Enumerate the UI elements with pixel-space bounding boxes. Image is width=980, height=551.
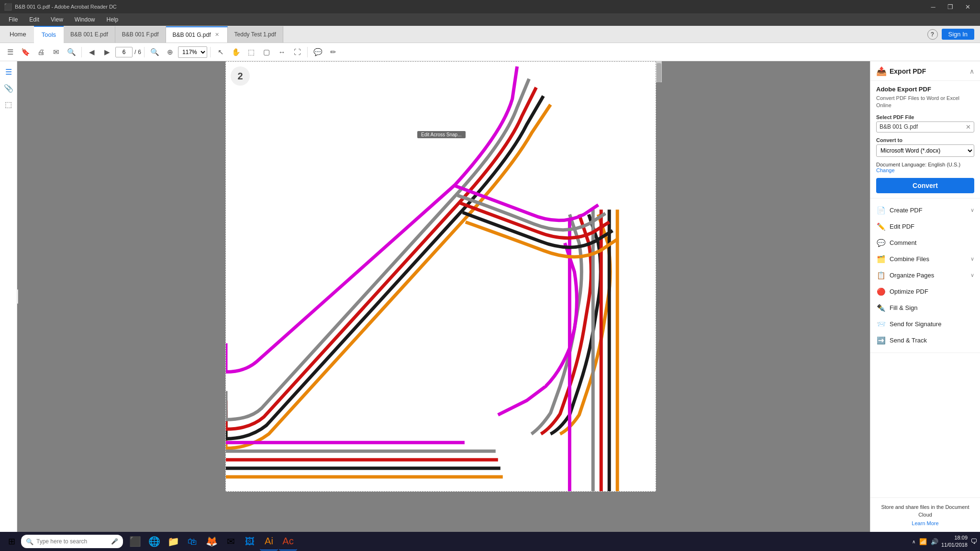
marquee-zoom[interactable]: ⬚	[244, 45, 258, 59]
change-language-link[interactable]: Change	[876, 167, 895, 173]
title-bar: ⬛ B&B 001 G.pdf - Adobe Acrobat Reader D…	[0, 0, 980, 13]
email-button[interactable]: ✉	[49, 45, 63, 59]
learn-more-link[interactable]: Learn More	[876, 520, 974, 526]
prev-page-button[interactable]: ◀	[85, 45, 99, 59]
tool-optimize-pdf[interactable]: 🔴 Optimize PDF	[870, 284, 980, 300]
pdf-tab-3[interactable]: Teddy Test 1.pdf	[228, 26, 283, 43]
cloud-text: Store and share files in the Document Cl…	[876, 504, 974, 518]
help-button[interactable]: ?	[927, 29, 938, 40]
zoom-in-button[interactable]: ⊕	[163, 45, 177, 59]
notification-icon[interactable]: 🗨	[970, 538, 977, 545]
firefox-button[interactable]: 🦊	[202, 532, 221, 551]
sidebar-layers-icon[interactable]: ⬚	[2, 98, 15, 111]
tool-edit-pdf[interactable]: ✏️ Edit PDF	[870, 219, 980, 235]
menu-help[interactable]: Help	[102, 15, 123, 24]
store-button[interactable]: 🛍	[183, 532, 201, 551]
start-button[interactable]: ⊞	[3, 533, 20, 550]
selection-tool[interactable]: ↖	[213, 45, 228, 59]
page-number-badge: 2	[231, 66, 250, 86]
task-view-button[interactable]: ⬛	[126, 532, 144, 551]
tool-send-signature[interactable]: 📨 Send for Signature	[870, 316, 980, 332]
next-page-button[interactable]: ▶	[100, 45, 114, 59]
optimize-pdf-icon: 🔴	[876, 287, 886, 297]
pdf-scrollbar[interactable]	[656, 61, 662, 82]
pdf-file-input[interactable]: B&B 001 G.pdf ✕	[876, 121, 974, 132]
comment-icon: 💬	[876, 238, 886, 248]
explorer-button[interactable]: 📁	[164, 532, 182, 551]
sidebar-attachments-icon[interactable]: 📎	[2, 81, 15, 95]
tab-close-2[interactable]: ✕	[214, 32, 221, 38]
convert-to-select[interactable]: Microsoft Word (*.docx) Microsoft Excel …	[876, 144, 974, 157]
pdf-tab-label-0: B&B 001 E.pdf	[70, 31, 108, 38]
doc-language: Document Language: English (U.S.) Change	[876, 162, 974, 173]
nav-tools[interactable]: Tools	[34, 26, 64, 43]
page-number-input[interactable]	[115, 47, 133, 57]
mail-button[interactable]: ✉	[222, 532, 240, 551]
clear-file-button[interactable]: ✕	[966, 123, 971, 131]
page-input-group: / 6	[115, 47, 141, 57]
tool-send-track[interactable]: ➡️ Send & Track	[870, 332, 980, 349]
full-screen[interactable]: ⛶	[290, 45, 304, 59]
menu-window[interactable]: Window	[70, 15, 100, 24]
tool-fill-sign[interactable]: ✒️ Fill & Sign	[870, 300, 980, 316]
menu-view[interactable]: View	[46, 15, 68, 24]
draw-tool[interactable]: ✏	[326, 45, 340, 59]
taskbar-search-input[interactable]	[36, 538, 108, 545]
export-header: 📤 Export PDF ∧	[870, 61, 980, 81]
zoom-select[interactable]: 117% 100% 125% 150%	[178, 46, 207, 58]
export-header-chevron[interactable]: ∧	[969, 67, 974, 75]
nav-home[interactable]: Home	[2, 26, 34, 43]
taskbar-clock[interactable]: 18:09 11/01/2018	[941, 534, 968, 549]
hand-tool[interactable]: ✋	[229, 45, 243, 59]
pdf-tab-1[interactable]: B&B 001 F.pdf	[115, 26, 166, 43]
taskbar-search-box[interactable]: 🔍 🎤	[21, 535, 123, 548]
tool-send-signature-label: Send for Signature	[890, 320, 941, 328]
search-button[interactable]: 🔍	[64, 45, 78, 59]
network-icon[interactable]: 📶	[919, 538, 927, 545]
window-title: B&B 001 G.pdf - Adobe Acrobat Reader DC	[15, 4, 117, 10]
close-button[interactable]: ✕	[959, 0, 976, 13]
pdf-artwork	[226, 62, 656, 491]
pdf-tab-label-1: B&B 001 F.pdf	[122, 31, 159, 38]
export-section-subtitle: Convert PDF Files to Word or Excel Onlin…	[876, 95, 974, 110]
cloud-section: Store and share files in the Document Cl…	[870, 497, 980, 532]
pdf-tab-label-2: B&B 001 G.pdf	[173, 32, 211, 38]
fit-width[interactable]: ↔	[275, 45, 289, 59]
combine-files-icon: 🗂️	[876, 254, 886, 264]
fit-page[interactable]: ▢	[259, 45, 274, 59]
export-pdf-icon: 📤	[876, 66, 887, 77]
menu-edit[interactable]: Edit	[24, 15, 44, 24]
sidebar-pages-icon[interactable]: ☰	[2, 65, 15, 78]
tray-chevron-icon[interactable]: ∧	[912, 539, 915, 544]
comment-tool[interactable]: 💬	[311, 45, 325, 59]
pdf-scroll-thumb[interactable]	[657, 63, 661, 82]
volume-icon[interactable]: 🔊	[931, 538, 938, 545]
photos-button[interactable]: 🖼	[241, 532, 259, 551]
acrobat-button[interactable]: Ac	[279, 532, 297, 551]
convert-button[interactable]: Convert	[876, 178, 974, 193]
pdf-tab-2[interactable]: B&B 001 G.pdf ✕	[166, 26, 228, 43]
panel-collapse-arrow[interactable]: ◀	[17, 289, 18, 304]
tab-right: ? Sign In	[927, 29, 980, 40]
adobe-export-section: Adobe Export PDF Convert PDF Files to Wo…	[870, 81, 980, 198]
combine-files-chevron-icon: ∨	[970, 256, 974, 262]
pdf-tab-label-3: Teddy Test 1.pdf	[234, 31, 276, 38]
sign-in-button[interactable]: Sign In	[942, 29, 974, 40]
menu-file[interactable]: File	[4, 15, 22, 24]
edge-browser-button[interactable]: 🌐	[145, 532, 163, 551]
tool-create-pdf[interactable]: 📄 Create PDF ∨	[870, 202, 980, 219]
print-button[interactable]: 🖨	[33, 45, 48, 59]
zoom-out-button[interactable]: 🔍	[147, 45, 162, 59]
tool-comment-label: Comment	[890, 239, 916, 246]
clock-time: 18:09	[941, 534, 968, 541]
tool-organize-pages[interactable]: 📋 Organize Pages ∨	[870, 267, 980, 284]
illustrator-button[interactable]: Ai	[260, 532, 278, 551]
minimize-button[interactable]: ─	[924, 0, 942, 13]
tool-comment[interactable]: 💬 Comment	[870, 235, 980, 251]
bookmark-button[interactable]: 🔖	[18, 45, 33, 59]
restore-button[interactable]: ❐	[942, 0, 959, 13]
page-thumbnail-button[interactable]: ☰	[3, 45, 17, 59]
tool-combine-files[interactable]: 🗂️ Combine Files ∨	[870, 251, 980, 267]
system-tray-icons: ∧ 📶 🔊	[912, 538, 938, 545]
pdf-tab-0[interactable]: B&B 001 E.pdf	[64, 26, 115, 43]
